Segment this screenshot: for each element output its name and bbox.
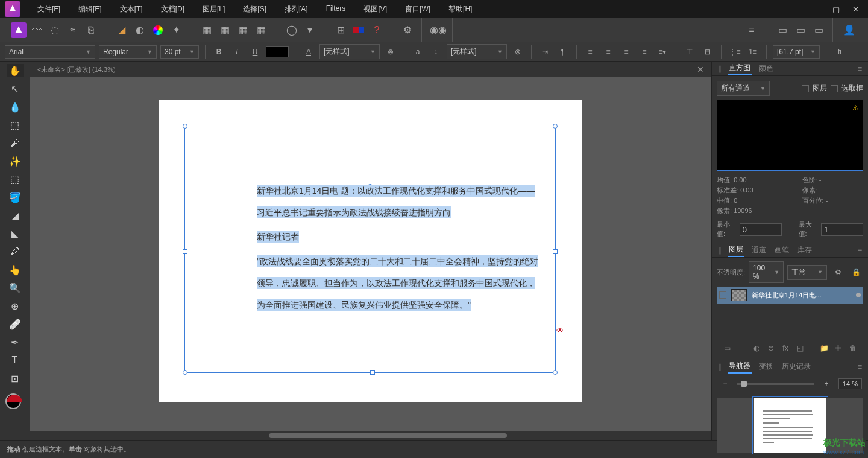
menu-view[interactable]: 视图[V] [356,2,394,17]
menu-help[interactable]: 帮助[H] [441,2,479,17]
layer-expand-icon[interactable] [719,291,726,299]
maximize-button[interactable]: ▢ [831,5,841,14]
layer-gear-icon[interactable]: ⚙ [831,265,845,279]
auto-color-icon[interactable]: ✦ [168,22,184,38]
pen-tool[interactable]: ✒ [7,336,24,349]
canvas-viewport[interactable]: 👁 新华社北京1月14日电 题：以政法工作现代化支撑和服务中国式现代化——习近平… [30,77,711,424]
color-foreground-background[interactable] [5,393,25,413]
para-style-icon[interactable]: a [410,45,425,59]
char-style-select[interactable]: [无样式]▼ [319,44,380,59]
question-icon[interactable]: ? [369,22,385,38]
valign-mid-button[interactable]: ⊟ [700,45,715,59]
selection-sub-icon[interactable]: ▦ [235,22,251,38]
persona-tone-icon[interactable]: ≈ [65,22,81,38]
menu-filters[interactable]: Filters [319,2,353,17]
quick-mask-icon[interactable]: ◯ [284,22,300,38]
minimize-button[interactable]: — [811,5,822,14]
tab-navigator[interactable]: 导航器 [728,360,752,374]
handle-bottom-right[interactable] [553,370,558,375]
layer-fx2-icon[interactable]: fx [780,343,791,354]
leading-select[interactable]: [61.7 pt]▼ [773,45,820,59]
smudge-tool[interactable]: 👆 [7,263,24,276]
marquee-tool[interactable]: ⬚ [7,173,24,186]
pilcrow-icon[interactable]: ¶ [556,45,570,59]
split-icon[interactable] [351,22,366,38]
layer-trash-icon[interactable]: 🗑 [848,343,858,354]
layer-item[interactable]: 新华社北京1月14日电... [717,287,863,304]
gradient-tool[interactable]: ◢ [7,209,24,222]
layer-visibility-toggle[interactable] [856,293,861,297]
tab-histogram[interactable]: 直方图 [728,62,752,75]
layer-crop-icon[interactable]: ◰ [794,343,805,354]
persona-photo-icon[interactable] [11,22,27,38]
adjust-icon[interactable]: ◐ [132,22,148,38]
preferences-icon[interactable]: ⚙ [400,22,415,38]
menu-select[interactable]: 选择[S] [236,2,274,17]
opacity-input[interactable]: 100 %▼ [749,261,784,283]
persona-export-icon[interactable]: ⎘ [83,22,99,38]
selection-intersect-icon[interactable]: ▦ [253,22,269,38]
para-style-arrow-icon[interactable]: ↕ [429,45,443,59]
brush-tool[interactable]: 🖍 [7,245,24,258]
tab-layers[interactable]: 图层 [728,243,744,257]
paint-brush-tool[interactable]: 🖌 [7,136,24,150]
histogram-menu-icon[interactable]: ≡ [858,65,862,73]
selection-add-icon[interactable]: ▦ [217,22,233,38]
list-number-button[interactable]: 1≡ [746,45,760,59]
robot-icon[interactable]: ◉◉ [430,22,446,38]
persona-liquify-icon[interactable]: 〰 [29,22,45,38]
arrange-front-icon[interactable]: ▭ [811,22,826,38]
max-input[interactable] [821,223,863,236]
indent-icon[interactable]: ⇥ [538,45,552,59]
text-tool[interactable]: T [7,354,24,367]
font-size-select[interactable]: 30 pt▼ [160,45,199,59]
horizontal-scrollbar[interactable] [30,431,711,440]
blend-mode-select[interactable]: 正常▼ [787,265,827,280]
handle-left[interactable] [183,249,187,254]
char-style-clear-icon[interactable]: ⊗ [383,45,398,59]
menu-arrange[interactable]: 排列[A] [277,2,315,17]
tab-brushes[interactable]: 画笔 [773,244,790,256]
zoom-tool[interactable]: 🔍 [7,281,24,294]
tab-channels[interactable]: 通道 [750,244,767,256]
layer-fx-icon[interactable]: ⊚ [766,343,776,354]
crop-tool[interactable]: ⬚ [7,118,24,132]
document-tab-title[interactable]: <未命名> [已修改] (14.3%) [37,65,116,74]
align-justify-all-button[interactable]: ≡▾ [655,45,670,59]
para-style-clear-icon[interactable]: ⊗ [511,45,525,59]
char-style-icon[interactable]: A [301,45,316,59]
layer-lock-icon[interactable]: 🔒 [849,265,863,279]
crop-grid-icon[interactable]: ⊞ [333,22,348,38]
channel-select[interactable]: 所有通道▼ [717,81,770,96]
tab-close-button[interactable]: ✕ [697,65,704,74]
magic-wand-tool[interactable]: ✨ [7,154,24,168]
navigator-menu-icon[interactable]: ≡ [858,363,862,371]
menu-text[interactable]: 文本[T] [113,2,150,17]
tab-history[interactable]: 历史记录 [781,360,812,373]
align-right-button[interactable]: ≡ [619,45,634,59]
handle-top-right[interactable] [553,124,558,129]
align-center-button[interactable]: ≡ [601,45,615,59]
menu-file[interactable]: 文件[F] [30,2,68,17]
scrollbar-thumb[interactable] [269,433,508,438]
healing-tool[interactable]: 🩹 [7,317,24,331]
close-button[interactable]: ✕ [850,5,861,14]
arrange-back-icon[interactable]: ▭ [775,22,790,38]
handle-top-left[interactable] [183,124,187,129]
color-wheel-icon[interactable] [150,22,166,38]
text-overflow-icon[interactable]: 👁 [556,326,564,335]
flood-fill-tool[interactable]: 🪣 [7,191,24,204]
zoom-out-button[interactable]: − [718,377,732,391]
layer-adj-icon[interactable]: ◐ [751,343,762,354]
align-justify-button[interactable]: ≡ [637,45,652,59]
align-icon[interactable]: ≡ [744,22,760,38]
levels-icon[interactable]: ◢ [114,22,130,38]
layer-checkbox[interactable] [802,85,809,92]
bold-button[interactable]: B [212,45,226,59]
menu-layer[interactable]: 图层[L] [195,2,232,17]
layer-mask-icon[interactable]: ▭ [722,343,732,354]
tab-stock[interactable]: 库存 [796,244,813,256]
layer-folder-icon[interactable]: 📁 [819,343,829,354]
text-color-swatch[interactable] [266,46,289,57]
underline-button[interactable]: U [248,45,262,59]
